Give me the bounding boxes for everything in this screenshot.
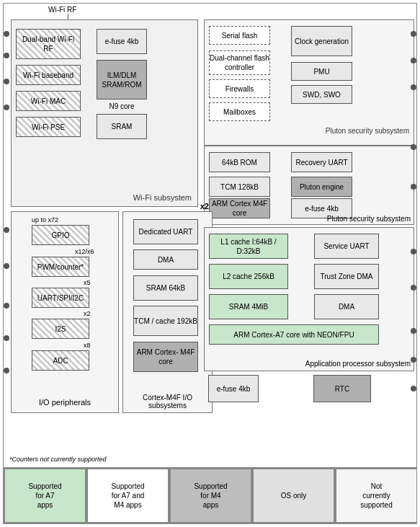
connector-dot-9 <box>4 368 9 373</box>
sram-64kb-block: SRAM 64kB <box>133 275 198 301</box>
diagram-area: Wi-Fi RF Wi-Fi subsystem Dual-band Wi-Fi… <box>3 3 417 468</box>
dma-cortex-block: DMA <box>133 249 198 270</box>
rtc-area: RTC <box>313 375 414 405</box>
legend-not-supported: Not currently supported <box>335 468 416 523</box>
sram-wifi-block: SRAM <box>97 114 147 139</box>
i2s-block: I2S <box>32 319 89 339</box>
wifi-pse-block: Wi-Fi PSE <box>16 117 81 137</box>
top-right-container: Serial flash Clock generation Dual-chann… <box>204 19 414 146</box>
pwm-block: PWM/counter* <box>32 257 89 277</box>
n9-core-label: N9 core <box>97 102 147 110</box>
cortex-m4f-label: Cortex-M4F I/O subsystems <box>123 394 212 409</box>
connector-dot-r1 <box>411 31 416 37</box>
gpio-block: GPIO <box>32 225 89 245</box>
rtc-block: RTC <box>313 375 371 402</box>
connector-dot-7 <box>4 303 9 309</box>
legend: Supported for A7 apps Supported for A7 a… <box>3 468 417 524</box>
pluton-label: Pluton security subsystem <box>209 127 409 134</box>
connector-dot-2 <box>4 53 9 58</box>
dma-app-block: DMA <box>314 294 379 319</box>
l2-cache-block: L2 cache 256kB <box>209 264 288 289</box>
legend-m4-apps: Supported for M4 apps <box>169 468 252 523</box>
legend-a7-m4-apps: Supported for A7 and M4 apps <box>86 468 169 523</box>
dedicated-uart-block: Dedicated UART <box>133 219 198 244</box>
legend-a7-apps: Supported for A7 apps <box>4 468 86 523</box>
clock-gen-block: Clock generation <box>291 26 352 56</box>
x8-label: x8 <box>84 342 91 349</box>
connector-dot-r4 <box>411 144 416 150</box>
firewalls-block: Firewalls <box>209 79 270 98</box>
adc-block: ADC <box>32 350 89 371</box>
swd-swo-block: SWD, SWO <box>291 85 352 104</box>
connector-dot-r9 <box>411 357 416 363</box>
io-peripherals-label: I/O peripherals <box>12 398 118 407</box>
serial-flash-block: Serial flash <box>209 26 270 45</box>
efuse-app-block: e-fuse 4kb <box>208 375 259 402</box>
uart-spi-i2c-block: UART/SPI/I2C <box>32 288 89 308</box>
app-processor-container: L1 cache I:64kB / D:32kB Service UART L2… <box>204 227 414 371</box>
wifi-subsystem-container: Wi-Fi subsystem Dual-band Wi-Fi RF Wi-Fi… <box>11 19 198 207</box>
connector-dot-5 <box>4 227 9 233</box>
pluton-engine-block: Pluton engine <box>291 177 352 197</box>
arm-m4f-io-block: ARM Cortex- M4F core <box>133 342 198 372</box>
wifi-subsystem-label: Wi-Fi subsystem <box>133 193 192 202</box>
pluton-subsystem-label: Pluton security subsystem <box>327 215 411 223</box>
rom-64kb-block: 64kB ROM <box>209 152 270 172</box>
efuse-app-area: e-fuse 4kb <box>204 375 305 405</box>
dual-channel-block: Dual-channel flash controller <box>209 50 270 75</box>
connector-dot-r5 <box>411 184 416 190</box>
connector-dot-r6 <box>411 249 416 254</box>
main-container: Wi-Fi RF Wi-Fi subsystem Dual-band Wi-Fi… <box>0 0 420 527</box>
io-peripherals-container: up to x72 GPIO x12/x6 PWM/counter* x5 UA… <box>11 211 119 413</box>
connector-dot-r3 <box>411 84 416 90</box>
dual-band-block: Dual-band Wi-Fi RF <box>16 29 81 59</box>
connector-dot-3 <box>4 79 9 84</box>
pluton-container: 64kB ROM TCM 128kB ARM Cortex M4F core R… <box>204 146 414 225</box>
arm-m4f-pluton-block: ARM Cortex M4F core <box>209 198 270 218</box>
x12-x6-label: x12/x6 <box>75 248 94 255</box>
pmu-block: PMU <box>291 62 352 81</box>
cortex-m4f-container: x2 Dedicated UART DMA SRAM 64kB TCM / ca… <box>122 211 213 413</box>
efuse-wifi-block: e-fuse 4kb <box>97 29 147 54</box>
tcm-cache-block: TCM / cache 192kB <box>133 306 198 336</box>
service-uart-block: Service UART <box>314 234 379 259</box>
wifi-mac-block: Wi-Fi MAC <box>16 91 81 111</box>
trust-zone-dma-block: Trust Zone DMA <box>314 264 379 289</box>
arm-cortex-a7-block: ARM Cortex-A7 core with NEON/FPU <box>209 324 379 345</box>
sram-4mib-block: SRAM 4MiB <box>209 294 288 319</box>
app-processor-label: Application processor subsystem <box>305 360 411 368</box>
l1-cache-block: L1 cache I:64kB / D:32kB <box>209 234 288 259</box>
x2-io-label: x2 <box>84 310 91 317</box>
connector-dot-1 <box>4 31 9 37</box>
recovery-uart-block: Recovery UART <box>291 152 352 172</box>
mailboxes-block: Mailboxes <box>209 102 270 121</box>
legend-os-only: OS only <box>252 468 335 523</box>
connector-dot-r8 <box>411 328 416 334</box>
ilm-dlm-block: ILM/DLM SRAM/ROM <box>97 60 147 99</box>
connector-dot-8 <box>4 335 9 341</box>
connector-dot-r2 <box>411 58 416 63</box>
up-to-x72-label: up to x72 <box>32 216 58 223</box>
wifi-baseband-block: Wi-Fi baseband <box>16 65 81 85</box>
connector-dot-4 <box>4 105 9 110</box>
connector-dot-r10 <box>411 386 416 391</box>
connector-dot-6 <box>4 263 9 269</box>
x5-label: x5 <box>84 279 91 286</box>
connector-dot-r7 <box>411 285 416 291</box>
tcm-128kb-block: TCM 128kB <box>209 177 270 197</box>
wifi-rf-label: Wi-Fi RF <box>48 6 76 14</box>
x2-label: x2 <box>200 202 209 211</box>
counters-note: *Counters not currently supported <box>9 456 107 463</box>
